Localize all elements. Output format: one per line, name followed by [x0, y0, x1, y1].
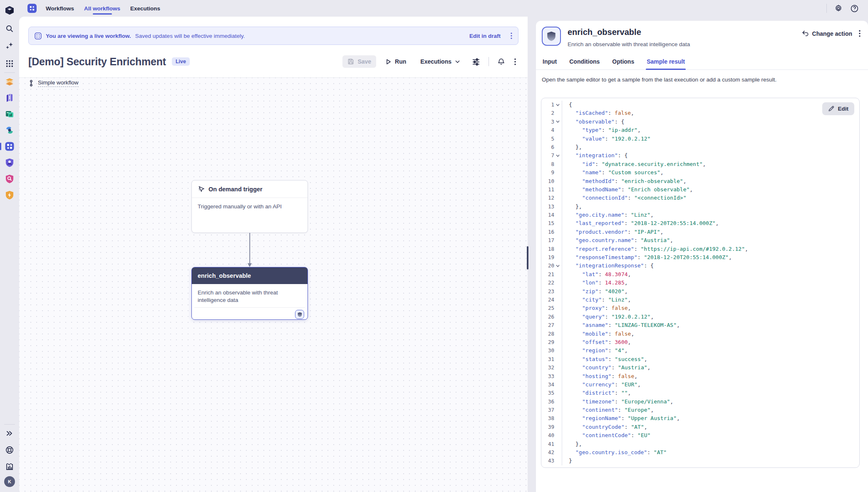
- code-line: 11"methodName": "Enrich observable",: [541, 185, 859, 194]
- action-shield-icon: [542, 27, 561, 46]
- help-lifebuoy-icon[interactable]: [3, 444, 16, 456]
- code-line: 20"integrationResponse": {: [541, 262, 859, 270]
- code-line: 28"mobile": false,: [541, 330, 859, 338]
- code-line: 5"value": "192.0.2.12": [541, 135, 859, 143]
- panel-subtitle: Enrich an observable with threat intelli…: [568, 41, 690, 47]
- app-workflows-icon-active[interactable]: [3, 140, 16, 153]
- code-line: 27"asname": "LINZAG-TELEKOM-AS",: [541, 321, 859, 329]
- code-line: 24"city": "Linz",: [541, 296, 859, 304]
- fold-chevron-icon[interactable]: [555, 120, 560, 124]
- code-line: 23"zip": "4020",: [541, 287, 859, 296]
- edit-in-draft-link[interactable]: Edit in draft: [469, 33, 501, 39]
- executions-dropdown[interactable]: Executions: [415, 55, 465, 68]
- workflow-settings-sliders-icon[interactable]: [469, 55, 483, 68]
- workflow-grid-icon: [35, 32, 42, 40]
- user-avatar[interactable]: K: [4, 476, 15, 487]
- change-action-button[interactable]: Change action: [802, 30, 852, 37]
- workflow-title: [Demo] Security Enrichment: [28, 56, 166, 68]
- toolbar-divider: [489, 57, 489, 66]
- fold-chevron-icon[interactable]: [555, 264, 560, 268]
- help-icon[interactable]: [850, 4, 859, 13]
- code-line: 34"currency": "EUR",: [541, 381, 859, 389]
- active-app-indicator: [0, 143, 1, 150]
- code-line: 14"geo.city.name": "Linz",: [541, 211, 859, 219]
- code-line: 40"continentCode": "EU": [541, 431, 859, 440]
- save-button[interactable]: Save: [342, 55, 376, 68]
- code-line: 6},: [541, 143, 859, 151]
- code-line: 38"regionName": "Upper Austria",: [541, 414, 859, 423]
- code-line: 37"continent": "Europe",: [541, 406, 859, 414]
- code-line: 26"query": "192.0.2.12",: [541, 313, 859, 321]
- node-title: On demand trigger: [208, 186, 263, 193]
- workflow-canvas[interactable]: Simple workflow On demand trigger Trigge…: [19, 78, 528, 492]
- app-smartscape-icon[interactable]: [3, 75, 16, 88]
- tab-input[interactable]: Input: [542, 55, 558, 69]
- breadcrumb[interactable]: Simple workflow: [28, 79, 79, 87]
- edit-sample-button[interactable]: Edit: [822, 102, 855, 115]
- code-line: 16"product.vendor": "IP-API",: [541, 228, 859, 236]
- app-threat-hunting-icon[interactable]: [3, 173, 16, 185]
- panel-resize-handle[interactable]: [527, 246, 528, 269]
- nav-executions[interactable]: Executions: [129, 1, 161, 16]
- code-line: 36"timezone": "Europe/Vienna",: [541, 398, 859, 406]
- app-hub-icon[interactable]: [3, 91, 16, 104]
- live-workflow-banner: You are viewing a live workflow. Saved u…: [28, 27, 518, 45]
- workflow-kebab-icon[interactable]: [512, 56, 518, 68]
- topbar-divider: [826, 4, 827, 13]
- code-line: 17"geo.country.name": "Austria",: [541, 236, 859, 245]
- notifications-bell-icon[interactable]: [495, 55, 508, 68]
- ai-assistant-sparkles-icon[interactable]: [3, 40, 16, 52]
- search-icon[interactable]: [3, 22, 16, 35]
- code-line: 9"name": "Custom sources",: [541, 168, 859, 177]
- dynatrace-logo-icon[interactable]: [3, 4, 16, 17]
- fold-chevron-icon[interactable]: [555, 154, 560, 158]
- live-status-badge: Live: [172, 57, 190, 66]
- rail-divider-bottom: [4, 424, 15, 425]
- panel-title: enrich_observable: [568, 27, 690, 37]
- code-line: 12"connectionId": "<connectionId>": [541, 194, 859, 202]
- banner-kebab-icon[interactable]: [511, 32, 512, 39]
- settings-gear-icon[interactable]: [834, 4, 843, 12]
- code-line: 19"responseTimestamp": "2018-12-20T20:55…: [541, 253, 859, 262]
- node-enrich-observable[interactable]: enrich_observable Enrich an observable w…: [191, 267, 308, 320]
- topbar: Workflows All workflows Executions: [19, 0, 868, 17]
- code-line: 10"methodId": "enrich-observable",: [541, 177, 859, 185]
- code-line: 31"status": "success",: [541, 355, 859, 363]
- security-shield-icon: [295, 310, 304, 319]
- breadcrumb-label[interactable]: Simple workflow: [38, 79, 79, 87]
- fold-chevron-icon[interactable]: [555, 103, 560, 107]
- node-description: Triggered manually or with an API: [192, 198, 308, 217]
- code-line: 18"report.reference": "https://ip-api.co…: [541, 245, 859, 253]
- workflows-app-icon[interactable]: [27, 4, 37, 13]
- panel-tabs: InputConditionsOptionsSample result: [536, 55, 868, 70]
- code-line: 4"type": "ip-addr",: [541, 126, 859, 134]
- rail-divider: [4, 72, 15, 73]
- cursor-trigger-icon: [198, 185, 205, 193]
- expand-rail-chevrons-icon[interactable]: [3, 427, 16, 440]
- node-title: enrich_observable: [198, 272, 251, 279]
- app-clouds-icon[interactable]: [3, 124, 16, 136]
- sample-result-editor[interactable]: 1{2"isCached": false,3"observable": {4"t…: [541, 98, 860, 468]
- panel-gutter: [528, 17, 536, 492]
- usage-chart-icon[interactable]: [3, 460, 16, 473]
- node-on-demand-trigger[interactable]: On demand trigger Triggered manually or …: [191, 180, 308, 233]
- code-line: 21"lat": 48.3074,: [541, 270, 859, 279]
- code-line: 2"isCached": false,: [541, 109, 859, 117]
- code-line: 7"integration": {: [541, 151, 859, 160]
- tab-conditions[interactable]: Conditions: [568, 55, 600, 69]
- app-security-investigator-icon[interactable]: [3, 156, 16, 169]
- tab-sample-result[interactable]: Sample result: [646, 55, 686, 69]
- code-line: 41},: [541, 440, 859, 448]
- app-dashboards-icon[interactable]: [3, 108, 16, 120]
- tab-options[interactable]: Options: [611, 55, 635, 69]
- code-lines: 1{2"isCached": false,3"observable": {4"t…: [541, 98, 859, 465]
- run-button[interactable]: Run: [380, 55, 411, 68]
- nav-workflows[interactable]: Workflows: [45, 1, 75, 16]
- nav-all-workflows[interactable]: All workflows: [83, 1, 121, 16]
- code-line: 3"observable": {: [541, 118, 859, 126]
- app-rail: K: [0, 0, 19, 492]
- panel-kebab-icon[interactable]: [859, 30, 861, 37]
- app-attack-protection-icon[interactable]: [3, 189, 16, 201]
- app-launcher-grid-icon[interactable]: [3, 57, 16, 70]
- code-line: 30"region": "4",: [541, 346, 859, 355]
